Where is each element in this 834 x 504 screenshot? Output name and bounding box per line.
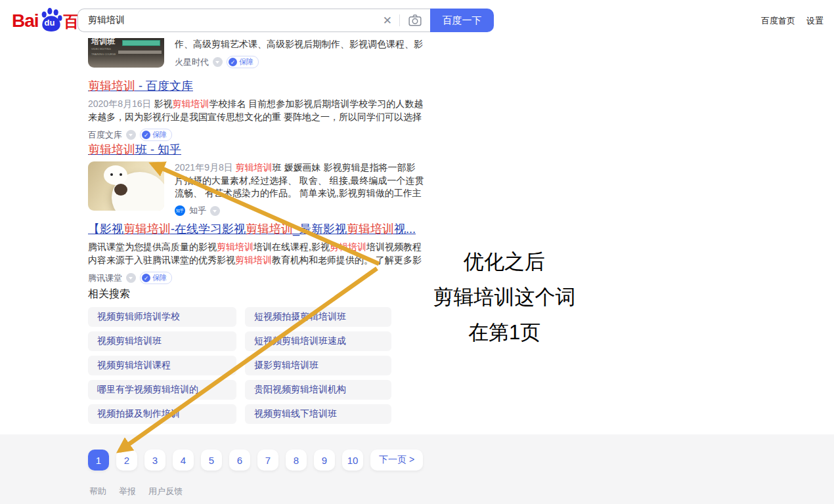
page-button-4[interactable]: 4 <box>173 450 194 471</box>
header: Bai du 百度 ✕ 百度一下 <box>0 0 834 38</box>
footer: 12345678910下一页 > 帮助举报用户反馈 <box>0 434 834 504</box>
highlighted-keyword: 剪辑培训 <box>172 98 209 109</box>
annotation-line: 剪辑培训这个词 <box>365 280 644 315</box>
related-search-pill[interactable]: 视频拍摄及制作培训 <box>88 404 236 424</box>
highlighted-keyword: 剪辑培训 <box>246 222 293 236</box>
check-icon: ✓ <box>142 131 150 139</box>
baidu-paw-icon: du <box>39 7 63 32</box>
logo-text-du: du <box>45 18 55 28</box>
annotation-line: 优化之后 <box>365 244 644 280</box>
search-result: 剪辑培训 - 百度文库2020年8月16日 影视剪辑培训学校排名 目前想参加影视… <box>88 79 424 141</box>
page-button-1[interactable]: 1 <box>88 450 109 471</box>
footer-link[interactable]: 用户反馈 <box>148 486 183 497</box>
text-segment: 2020年8月16日 <box>88 98 154 109</box>
thumbnail-text: 培训班 <box>91 38 115 47</box>
search-input[interactable] <box>88 15 376 26</box>
source-name: 腾讯课堂 <box>88 272 122 284</box>
badge-label: 保障 <box>239 57 253 67</box>
highlighted-keyword: 剪辑培训 <box>88 79 135 93</box>
text-segment: 视... <box>394 222 416 236</box>
baymax-eye-shape <box>110 173 113 176</box>
text-segment: 腾讯课堂为您提供高质量的影视 <box>88 242 217 252</box>
nav-settings[interactable]: 设置 <box>806 15 823 27</box>
highlighted-keyword: 剪辑培训 <box>330 242 366 252</box>
check-icon: ✓ <box>142 274 150 282</box>
highlighted-keyword: 剪辑培训 <box>217 242 253 252</box>
baymax-eye-shape <box>120 173 122 176</box>
footer-links: 帮助举报用户反馈 <box>89 486 183 497</box>
clear-search-icon[interactable]: ✕ <box>376 15 399 26</box>
source-menu-icon[interactable] <box>210 206 220 216</box>
result-thumbnail[interactable] <box>88 161 164 211</box>
page-button-9[interactable]: 9 <box>314 450 335 471</box>
camera-icon[interactable] <box>400 14 430 26</box>
result-snippet: 2021年9月8日 剪辑培训班 媛媛画妹 影视剪辑是指将一部影片拍摄的大量素材,… <box>175 161 424 200</box>
text-segment: 【影视 <box>88 222 123 236</box>
related-search-pill[interactable]: 视频剪辑培训班 <box>88 331 236 351</box>
highlighted-keyword: 剪辑培训 <box>88 143 135 156</box>
search-box: ✕ <box>77 9 430 32</box>
zhihu-favicon: 知乎 <box>175 205 185 216</box>
related-searches: 相关搜索 视频剪辑师培训学校视频剪辑培训班视频剪辑培训课程哪里有学视频剪辑培训的… <box>88 287 391 424</box>
related-search-pill[interactable]: 视频剪辑线下培训班 <box>245 404 391 424</box>
related-search-pill[interactable]: 贵阳视频剪辑培训机构 <box>245 380 391 400</box>
page-button-7[interactable]: 7 <box>257 450 278 471</box>
related-search-pill[interactable]: 摄影剪辑培训班 <box>245 356 391 375</box>
page-button-5[interactable]: 5 <box>201 450 222 471</box>
result-body: 2020年8月16日 影视剪辑培训学校排名 目前想参加影视后期培训学校学习的人数… <box>88 98 424 141</box>
source-name: 知乎 <box>189 205 206 217</box>
result-title-link[interactable]: 剪辑培训班 - 知乎 <box>88 142 424 158</box>
source-name: 百度文库 <box>88 129 122 141</box>
top-nav: 百度首页 设置 <box>761 15 823 27</box>
result-thumbnail[interactable]: 培训班VIDEO EDITINGTRAINING COURSE <box>88 38 164 68</box>
result-title-link[interactable]: 剪辑培训 - 百度文库 <box>88 79 424 94</box>
nav-baidu-home[interactable]: 百度首页 <box>761 15 795 27</box>
text-segment: 2021年9月8日 <box>175 162 236 173</box>
result-text-column: 2020年8月16日 影视剪辑培训学校排名 目前想参加影视后期培训学校学习的人数… <box>88 98 424 141</box>
search-result: 剪辑培训班 - 知乎2021年9月8日 剪辑培训班 媛媛画妹 影视剪辑是指将一部… <box>88 142 424 217</box>
pagination: 12345678910下一页 > <box>88 450 423 471</box>
baymax-head-shape <box>104 165 127 185</box>
page-button-8[interactable]: 8 <box>286 450 307 471</box>
badge-label: 保障 <box>152 273 167 283</box>
page-button-10[interactable]: 10 <box>342 450 363 471</box>
highlighted-keyword: 剪辑培训 <box>123 222 171 236</box>
text-segment: 班 - 知乎 <box>135 143 181 156</box>
logo-text-bai: Bai <box>12 10 39 32</box>
related-search-pill[interactable]: 视频剪辑师培训学校 <box>88 307 236 327</box>
protection-badge: ✓保障 <box>140 129 172 141</box>
thumbnail-text: VIDEO EDITING <box>91 47 111 51</box>
protection-badge: ✓保障 <box>227 56 259 68</box>
source-menu-icon[interactable] <box>126 130 136 140</box>
page-button-6[interactable]: 6 <box>229 450 250 471</box>
annotation-text: 优化之后 剪辑培训这个词 在第1页 <box>365 244 644 350</box>
search-result: 培训班VIDEO EDITINGTRAINING COURSE作、高级剪辑艺术课… <box>88 38 424 68</box>
next-page-button[interactable]: 下一页 > <box>370 450 423 471</box>
text-segment: 作、高级剪辑艺术课、高级影视后期制作、影视调色课程、影视... <box>175 39 423 51</box>
source-menu-icon[interactable] <box>126 273 136 283</box>
page-button-3[interactable]: 3 <box>144 450 165 471</box>
kid-head-shape <box>114 184 127 196</box>
related-search-pill[interactable]: 视频剪辑培训课程 <box>88 356 236 375</box>
badge-label: 保障 <box>152 130 167 140</box>
source-name: 火星时代 <box>175 56 209 68</box>
protection-badge: ✓保障 <box>140 272 172 284</box>
related-searches-title: 相关搜索 <box>88 287 391 301</box>
thumbnail-text: TRAINING COURSE <box>91 52 116 56</box>
related-search-pill[interactable]: 哪里有学视频剪辑培训的 <box>88 380 236 400</box>
footer-link[interactable]: 帮助 <box>89 486 106 497</box>
result-snippet: 2020年8月16日 影视剪辑培训学校排名 目前想参加影视后期培训学校学习的人数… <box>88 98 424 124</box>
page-button-2[interactable]: 2 <box>116 450 137 471</box>
highlighted-keyword: 剪辑培训 <box>347 222 394 236</box>
timeline-bar-shape <box>118 51 162 54</box>
timeline-bar-shape <box>122 40 160 46</box>
search-button[interactable]: 百度一下 <box>430 9 494 32</box>
source-menu-icon[interactable] <box>213 57 223 67</box>
highlighted-keyword: 剪辑培训 <box>236 162 273 173</box>
result-title-link[interactable]: 【影视剪辑培训-在线学习影视剪辑培训_最新影视剪辑培训视... <box>88 222 424 237</box>
text-segment: _最新影视 <box>293 222 347 236</box>
check-icon: ✓ <box>229 58 237 66</box>
result-body: 培训班VIDEO EDITINGTRAINING COURSE作、高级剪辑艺术课… <box>88 38 424 68</box>
result-source-row: 百度文库✓保障 <box>88 129 424 141</box>
footer-link[interactable]: 举报 <box>119 486 136 497</box>
